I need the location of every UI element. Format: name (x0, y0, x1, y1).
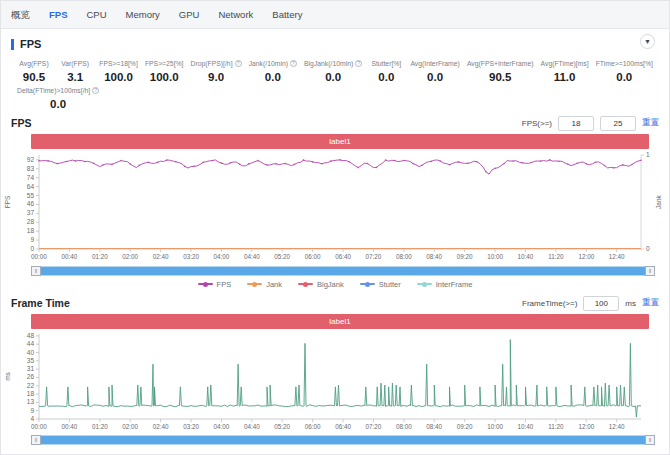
svg-text:04:00: 04:00 (214, 423, 230, 430)
stat-value: 0.0 (325, 71, 341, 83)
svg-text:07:20: 07:20 (366, 253, 382, 260)
svg-text:01:20: 01:20 (92, 423, 108, 430)
fps-stats-row-2: Delta(FTime)>100ms[/h]?0.0 (1, 83, 669, 110)
fps-banner-text: label1 (329, 137, 350, 146)
svg-text:40: 40 (27, 349, 35, 356)
tab-FPS[interactable]: FPS (49, 1, 67, 29)
svg-text:1: 1 (646, 151, 650, 158)
frametime-chart-scrollbar[interactable]: ‖ ‖ (31, 435, 655, 445)
svg-text:02:40: 02:40 (153, 423, 169, 430)
legend-item-Stutter[interactable]: Stutter (360, 280, 401, 289)
tab-GPU[interactable]: GPU (179, 1, 200, 29)
frametime-scrollbar-right-handle[interactable]: ‖ (645, 435, 655, 445)
legend-item-Jank[interactable]: Jank (247, 280, 282, 289)
svg-text:55: 55 (27, 192, 35, 199)
stat-item: FPS>=25[%]100.0 (145, 60, 184, 83)
svg-text:05:20: 05:20 (274, 253, 290, 260)
svg-text:13: 13 (27, 398, 35, 405)
frametime-unit-label: ms (625, 299, 636, 308)
frametime-threshold-input[interactable] (583, 296, 619, 311)
legend-marker (417, 283, 432, 285)
svg-text:4: 4 (30, 415, 34, 422)
stat-item: Avg(FPS+InterFrame)90.5 (467, 60, 534, 83)
fps-threshold-input-2[interactable] (600, 116, 636, 131)
grip-icon: ‖ (649, 437, 651, 443)
svg-text:04:40: 04:40 (244, 423, 260, 430)
svg-text:46: 46 (27, 200, 35, 207)
stat-value: 100.0 (150, 71, 179, 83)
fps-threshold-controls: FPS(>=) 重置 (522, 116, 659, 131)
fps-chart-scrollbar[interactable]: ‖ ‖ (31, 266, 655, 276)
help-icon[interactable]: ? (235, 60, 242, 67)
svg-text:26: 26 (27, 373, 35, 380)
stat-value: 0.0 (378, 71, 394, 83)
svg-text:12:40: 12:40 (609, 253, 625, 260)
svg-text:02:00: 02:00 (122, 253, 138, 260)
stat-label: Var(FPS) (61, 60, 89, 67)
legend-item-BigJank[interactable]: BigJank (298, 280, 344, 289)
stat-label: Avg(FTime)[ms] (541, 60, 589, 67)
svg-text:0: 0 (30, 245, 34, 252)
tab-Memory[interactable]: Memory (126, 1, 160, 29)
stat-item: Var(FPS)3.1 (58, 60, 92, 83)
stat-value: 0.0 (427, 71, 443, 83)
svg-text:12:00: 12:00 (578, 423, 594, 430)
stat-item: Stutter[%]0.0 (369, 60, 403, 83)
stat-item: Jank(/10min)?0.0 (249, 60, 297, 83)
svg-text:06:40: 06:40 (335, 253, 351, 260)
help-icon[interactable]: ? (355, 60, 362, 67)
stat-value: 90.5 (489, 71, 511, 83)
top-tab-bar: 概览FPSCPUMemoryGPUNetworkBattery (1, 1, 669, 29)
svg-text:02:00: 02:00 (122, 423, 138, 430)
stat-label: FTime>=100ms[%] (596, 60, 653, 67)
svg-text:09:20: 09:20 (457, 253, 473, 260)
svg-text:07:20: 07:20 (366, 423, 382, 430)
tab-CPU[interactable]: CPU (86, 1, 106, 29)
chevron-down-icon: ▼ (644, 38, 651, 45)
help-icon[interactable]: ? (290, 60, 297, 67)
svg-text:03:20: 03:20 (183, 253, 199, 260)
frametime-scrollbar-fill[interactable] (32, 436, 654, 444)
stat-label: FPS>=25[%] (145, 60, 184, 67)
legend-marker (360, 283, 375, 285)
svg-text:37: 37 (27, 209, 35, 216)
legend-item-InterFrame[interactable]: InterFrame (417, 280, 473, 289)
svg-text:FPS: FPS (4, 195, 11, 208)
stat-label: BigJank(/10min)? (304, 60, 362, 67)
stat-label: Delta(FTime)>100ms[/h]? (17, 87, 99, 94)
svg-text:ms: ms (4, 371, 11, 380)
svg-text:01:20: 01:20 (92, 253, 108, 260)
stat-item: FPS>=18[%]100.0 (99, 60, 138, 83)
help-icon[interactable]: ? (92, 87, 99, 94)
tab-Battery[interactable]: Battery (272, 1, 302, 29)
svg-text:Jank: Jank (655, 194, 662, 208)
svg-text:18: 18 (27, 390, 35, 397)
svg-text:08:00: 08:00 (396, 423, 412, 430)
fps-reset-link[interactable]: 重置 (642, 117, 659, 129)
tab-Network[interactable]: Network (218, 1, 253, 29)
fps-chart-canvas[interactable]: 09182837465564748392FPS00:0000:4001:2002… (1, 149, 670, 265)
frametime-chart-canvas[interactable]: 49131822263135404448ms00:0000:4001:2002:… (1, 329, 670, 434)
stat-item: FTime>=100ms[%]0.0 (596, 60, 653, 83)
tab-概览[interactable]: 概览 (11, 1, 30, 29)
svg-text:10:00: 10:00 (487, 423, 503, 430)
svg-text:92: 92 (27, 156, 35, 163)
svg-text:11:20: 11:20 (548, 423, 564, 430)
fps-scrollbar-left-handle[interactable]: ‖ (31, 266, 41, 276)
fps-chart-legend: FPSJankBigJankStutterInterFrame (1, 278, 669, 290)
section-title: FPS (20, 38, 41, 50)
fps-threshold-input-1[interactable] (558, 116, 594, 131)
stat-item: Avg(FTime)[ms]11.0 (541, 60, 589, 83)
stat-value: 0.0 (616, 71, 632, 83)
frametime-reset-link[interactable]: 重置 (642, 297, 659, 309)
svg-text:18: 18 (27, 227, 35, 234)
svg-text:03:20: 03:20 (183, 423, 199, 430)
collapse-section-button[interactable]: ▼ (640, 34, 655, 49)
legend-item-FPS[interactable]: FPS (198, 280, 232, 289)
frametime-scrollbar-left-handle[interactable]: ‖ (31, 435, 41, 445)
svg-text:05:20: 05:20 (274, 423, 290, 430)
fps-scrollbar-fill[interactable] (32, 267, 654, 275)
stat-label: Stutter[%] (371, 60, 401, 67)
stat-label: Avg(FPS+InterFrame) (467, 60, 534, 67)
fps-scrollbar-right-handle[interactable]: ‖ (645, 266, 655, 276)
